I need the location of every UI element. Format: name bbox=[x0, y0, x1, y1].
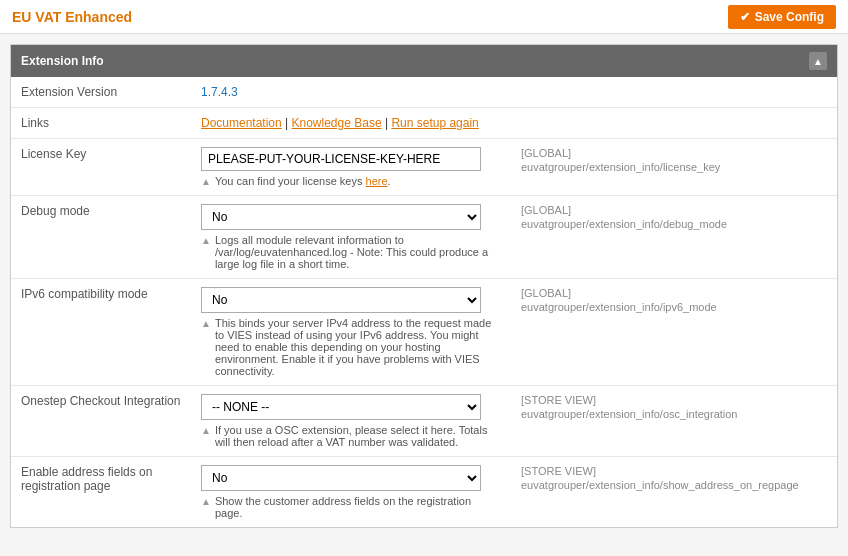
license-key-scope: [GLOBAL] euvatgrouper/extension_info/lic… bbox=[511, 139, 837, 196]
debug-mode-select[interactable]: No Yes bbox=[201, 204, 481, 230]
debug-mode-value: No Yes ▲ Logs all module relevant inform… bbox=[191, 196, 511, 279]
debug-mode-note: ▲ Logs all module relevant information t… bbox=[201, 234, 501, 270]
license-key-input[interactable] bbox=[201, 147, 481, 171]
address-fields-value: No Yes ▲ Show the customer address field… bbox=[191, 457, 511, 528]
debug-mode-note-text: Logs all module relevant information to … bbox=[215, 234, 501, 270]
osc-integration-scope: [STORE VIEW] euvatgrouper/extension_info… bbox=[511, 386, 837, 457]
note-triangle-icon: ▲ bbox=[201, 176, 211, 187]
ipv6-mode-scope-label: [GLOBAL] bbox=[521, 287, 827, 299]
extension-version-label: Extension Version bbox=[11, 77, 191, 108]
osc-integration-scope-label: [STORE VIEW] bbox=[521, 394, 827, 406]
table-row: License Key ▲ You can find your license … bbox=[11, 139, 837, 196]
address-fields-scope: [STORE VIEW] euvatgrouper/extension_info… bbox=[511, 457, 837, 528]
license-key-note: ▲ You can find your license keys here. bbox=[201, 175, 501, 187]
section-header: Extension Info ▲ bbox=[11, 45, 837, 77]
table-row: Links Documentation | Knowledge Base | R… bbox=[11, 108, 837, 139]
save-config-button[interactable]: ✔ Save Config bbox=[728, 5, 836, 29]
version-text: 1.7.4.3 bbox=[201, 75, 238, 99]
knowledge-base-link[interactable]: Knowledge Base bbox=[292, 116, 382, 130]
debug-mode-scope: [GLOBAL] euvatgrouper/extension_info/deb… bbox=[511, 196, 837, 279]
ipv6-mode-scope-path: euvatgrouper/extension_info/ipv6_mode bbox=[521, 301, 827, 313]
address-fields-note: ▲ Show the customer address fields on th… bbox=[201, 495, 501, 519]
table-row: IPv6 compatibility mode No Yes ▲ This bi… bbox=[11, 279, 837, 386]
extension-info-section: Extension Info ▲ Extension Version 1.7.4… bbox=[10, 44, 838, 528]
license-key-label: License Key bbox=[11, 139, 191, 196]
save-icon: ✔ bbox=[740, 10, 750, 24]
ipv6-mode-note: ▲ This binds your server IPv4 address to… bbox=[201, 317, 501, 377]
save-config-label: Save Config bbox=[755, 10, 824, 24]
debug-mode-label: Debug mode bbox=[11, 196, 191, 279]
osc-integration-note: ▲ If you use a OSC extension, please sel… bbox=[201, 424, 501, 448]
ipv6-mode-value: No Yes ▲ This binds your server IPv4 add… bbox=[191, 279, 511, 386]
table-row: Debug mode No Yes ▲ Logs all module rele… bbox=[11, 196, 837, 279]
osc-integration-note-text: If you use a OSC extension, please selec… bbox=[215, 424, 501, 448]
note-triangle-icon: ▲ bbox=[201, 235, 211, 246]
osc-integration-select[interactable]: -- NONE -- Option 1 bbox=[201, 394, 481, 420]
address-fields-scope-path: euvatgrouper/extension_info/show_address… bbox=[521, 479, 827, 491]
ipv6-mode-select[interactable]: No Yes bbox=[201, 287, 481, 313]
license-key-scope-path: euvatgrouper/extension_info/license_key bbox=[521, 161, 827, 173]
note-triangle-icon: ▲ bbox=[201, 318, 211, 329]
main-content: Extension Info ▲ Extension Version 1.7.4… bbox=[0, 34, 848, 548]
links-scope bbox=[511, 108, 837, 139]
ipv6-mode-scope: [GLOBAL] euvatgrouper/extension_info/ipv… bbox=[511, 279, 837, 386]
note-triangle-icon: ▲ bbox=[201, 496, 211, 507]
license-key-scope-label: [GLOBAL] bbox=[521, 147, 827, 159]
license-key-value: ▲ You can find your license keys here. bbox=[191, 139, 511, 196]
table-row: Enable address fields on registration pa… bbox=[11, 457, 837, 528]
links-label: Links bbox=[11, 108, 191, 139]
license-keys-here-link[interactable]: here bbox=[366, 175, 388, 187]
page-header: EU VAT Enhanced ✔ Save Config bbox=[0, 0, 848, 34]
address-fields-scope-label: [STORE VIEW] bbox=[521, 465, 827, 477]
links-value: Documentation | Knowledge Base | Run set… bbox=[191, 108, 511, 139]
page-title: EU VAT Enhanced bbox=[12, 9, 132, 25]
address-fields-label: Enable address fields on registration pa… bbox=[11, 457, 191, 528]
documentation-link[interactable]: Documentation bbox=[201, 116, 282, 130]
address-fields-select[interactable]: No Yes bbox=[201, 465, 481, 491]
section-toggle[interactable]: ▲ bbox=[809, 52, 827, 70]
debug-mode-scope-path: euvatgrouper/extension_info/debug_mode bbox=[521, 218, 827, 230]
extension-version-value: 1.7.4.3 bbox=[191, 77, 511, 108]
debug-mode-scope-label: [GLOBAL] bbox=[521, 204, 827, 216]
table-row: Onestep Checkout Integration -- NONE -- … bbox=[11, 386, 837, 457]
osc-integration-label: Onestep Checkout Integration bbox=[11, 386, 191, 457]
license-key-note-text: You can find your license keys here. bbox=[215, 175, 391, 187]
osc-integration-scope-path: euvatgrouper/extension_info/osc_integrat… bbox=[521, 408, 827, 420]
extension-version-scope bbox=[511, 77, 837, 108]
ipv6-mode-label: IPv6 compatibility mode bbox=[11, 279, 191, 386]
address-fields-note-text: Show the customer address fields on the … bbox=[215, 495, 501, 519]
osc-integration-value: -- NONE -- Option 1 ▲ If you use a OSC e… bbox=[191, 386, 511, 457]
run-setup-link[interactable]: Run setup again bbox=[391, 116, 478, 130]
table-row: Extension Version 1.7.4.3 bbox=[11, 77, 837, 108]
config-table: Extension Version 1.7.4.3 Links Document… bbox=[11, 77, 837, 527]
note-triangle-icon: ▲ bbox=[201, 425, 211, 436]
ipv6-mode-note-text: This binds your server IPv4 address to t… bbox=[215, 317, 501, 377]
section-title: Extension Info bbox=[21, 54, 104, 68]
